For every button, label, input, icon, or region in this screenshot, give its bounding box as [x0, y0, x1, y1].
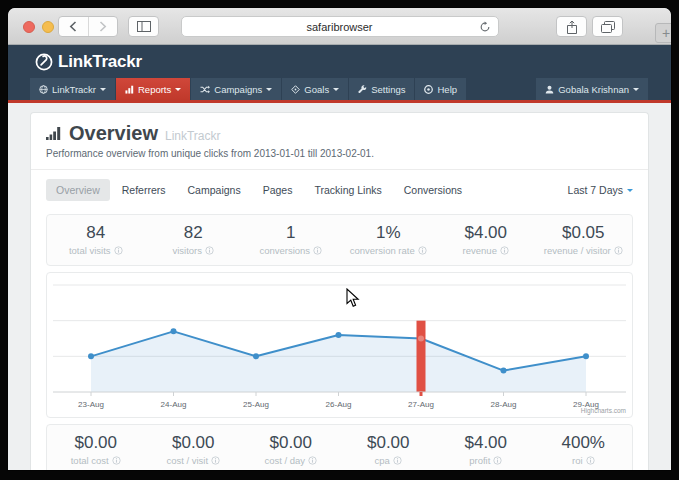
sidebar-icon: [137, 21, 151, 32]
page-title: Overview: [69, 122, 158, 145]
svg-text:27-Aug: 27-Aug: [408, 400, 434, 409]
info-icon[interactable]: [114, 246, 123, 255]
back-button[interactable]: [59, 17, 88, 36]
tab-overview[interactable]: Overview: [46, 179, 110, 201]
stat-label: total cost: [71, 455, 109, 466]
tab-tracking-links[interactable]: Tracking Links: [304, 179, 391, 201]
stats-row-bottom: $0.00 total cost $0.00 cost / visit $0.0…: [46, 424, 633, 470]
tab-campaigns[interactable]: Campaigns: [178, 179, 251, 201]
date-range-dropdown[interactable]: Last 7 Days: [568, 184, 633, 196]
stat-value: $0.00: [242, 433, 340, 453]
info-icon[interactable]: [500, 246, 509, 255]
chart-credit[interactable]: Highcharts.com: [581, 407, 626, 414]
svg-text:28-Aug: 28-Aug: [491, 400, 517, 409]
stat-value: $0.00: [145, 433, 243, 453]
stat-total-cost: $0.00 total cost: [47, 433, 145, 466]
stat-value: 1%: [340, 223, 438, 243]
stat-conversions: 1 conversions: [242, 223, 340, 256]
stat-value: $0.00: [340, 433, 438, 453]
brand-logo[interactable]: LinkTrackr: [35, 52, 142, 72]
close-window-button[interactable]: [23, 21, 35, 33]
stat-cpa: $0.00 cpa: [340, 433, 438, 466]
share-icon: [566, 20, 578, 34]
info-icon[interactable]: [586, 456, 595, 465]
stat-label: total visits: [69, 245, 111, 256]
nav-label: Help: [437, 84, 457, 95]
date-range-label: Last 7 Days: [568, 184, 623, 196]
tabs-icon: [601, 21, 615, 33]
stat-visitors: 82 visitors: [145, 223, 243, 256]
stat-profit: $4.00 profit: [437, 433, 535, 466]
svg-text:26-Aug: 26-Aug: [326, 400, 352, 409]
info-icon[interactable]: [418, 246, 427, 255]
reload-button[interactable]: [479, 21, 491, 35]
stat-value: 82: [145, 223, 243, 243]
tab-conversions[interactable]: Conversions: [394, 179, 472, 201]
share-button[interactable]: [556, 16, 587, 37]
nav-item-linktrackr[interactable]: LinkTrackr: [30, 78, 115, 100]
reports-chart-icon: [125, 85, 134, 94]
nav-item-help[interactable]: Help: [415, 78, 466, 100]
info-icon[interactable]: [313, 246, 322, 255]
page-title-suffix: LinkTrackr: [165, 129, 221, 143]
reload-icon: [479, 21, 491, 33]
info-icon[interactable]: [112, 456, 121, 465]
stat-value: 1: [242, 223, 340, 243]
info-icon[interactable]: [211, 456, 220, 465]
stat-roi: 400% roi: [535, 433, 633, 466]
stat-value: $4.00: [437, 433, 535, 453]
stat-label: cpa: [375, 455, 390, 466]
info-icon[interactable]: [493, 456, 502, 465]
stat-label: conversion rate: [350, 245, 415, 256]
tab-overview-button[interactable]: [592, 16, 623, 37]
page-content: Overview LinkTrackr Performance overview…: [8, 103, 671, 470]
info-icon[interactable]: [614, 246, 623, 255]
shuffle-icon: [200, 85, 210, 94]
visits-chart[interactable]: 23-Aug24-Aug25-Aug26-Aug27-Aug28-Aug29-A…: [47, 277, 632, 417]
wrench-icon: [358, 85, 367, 94]
stat-revenue-visitor: $0.05 revenue / visitor: [535, 223, 633, 256]
stat-value: 84: [47, 223, 145, 243]
nav-item-reports[interactable]: Reports: [116, 78, 190, 100]
stat-label: revenue / visitor: [544, 245, 611, 256]
stat-conversion-rate: 1% conversion rate: [340, 223, 438, 256]
svg-text:23-Aug: 23-Aug: [78, 400, 104, 409]
stat-label: visitors: [172, 245, 202, 256]
stat-value: $0.05: [535, 223, 633, 243]
minimize-window-button[interactable]: [42, 21, 54, 33]
stat-value: $4.00: [437, 223, 535, 243]
tab-referrers[interactable]: Referrers: [112, 179, 176, 201]
screen-frame: safaribrowser + LinkTrackr: [0, 0, 679, 480]
page-subtitle: Performance overview from unique clicks …: [46, 148, 633, 159]
nav-item-campaigns[interactable]: Campaigns: [191, 78, 281, 100]
stat-label: cost / visit: [166, 455, 208, 466]
forward-button[interactable]: [88, 17, 118, 36]
nav-label: Settings: [371, 84, 405, 95]
caret-down-icon: [266, 88, 272, 94]
page-header: Overview LinkTrackr Performance overview…: [31, 113, 648, 170]
new-tab-button[interactable]: +: [655, 23, 671, 43]
nav-label: Campaigns: [214, 84, 262, 95]
svg-text:24-Aug: 24-Aug: [161, 400, 187, 409]
goal-icon: [291, 85, 300, 94]
info-icon[interactable]: [308, 456, 317, 465]
caret-down-icon: [175, 88, 181, 94]
info-icon[interactable]: [205, 246, 214, 255]
chevron-left-icon: [69, 21, 77, 32]
stat-cost-day: $0.00 cost / day: [242, 433, 340, 466]
caret-down-icon: [627, 189, 633, 195]
user-menu[interactable]: Gobala Krishnan: [536, 78, 648, 100]
brand-name: LinkTrackr: [58, 52, 142, 72]
address-bar[interactable]: safaribrowser: [181, 16, 499, 37]
sidebar-toggle-button[interactable]: [128, 16, 159, 37]
nav-item-goals[interactable]: Goals: [282, 78, 348, 100]
stat-label: roi: [572, 455, 583, 466]
visits-chart-panel: 23-Aug24-Aug25-Aug26-Aug27-Aug28-Aug29-A…: [46, 272, 633, 418]
tab-pages[interactable]: Pages: [253, 179, 303, 201]
address-text: safaribrowser: [306, 21, 372, 33]
info-icon[interactable]: [393, 456, 402, 465]
report-tabs: Overview Referrers Campaigns Pages Track…: [31, 170, 648, 210]
stat-revenue: $4.00 revenue: [437, 223, 535, 256]
nav-item-settings[interactable]: Settings: [349, 78, 414, 100]
nav-label: LinkTrackr: [52, 84, 96, 95]
